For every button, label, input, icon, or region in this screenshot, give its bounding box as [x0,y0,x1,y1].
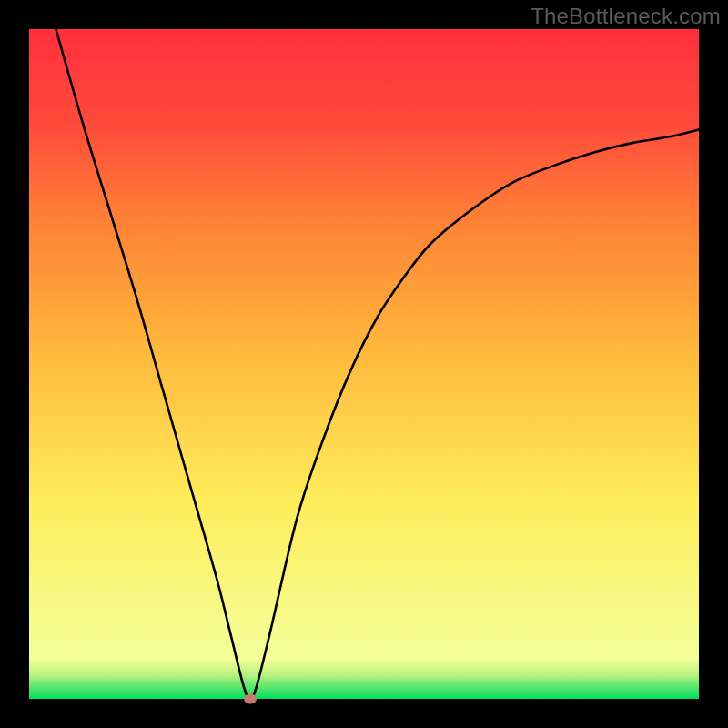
bottleneck-curve [29,29,699,699]
plot-area [29,29,699,699]
watermark-text: TheBottleneck.com [531,4,721,29]
curve-minimum-marker [244,694,257,704]
chart-frame: TheBottleneck.com [0,0,728,728]
